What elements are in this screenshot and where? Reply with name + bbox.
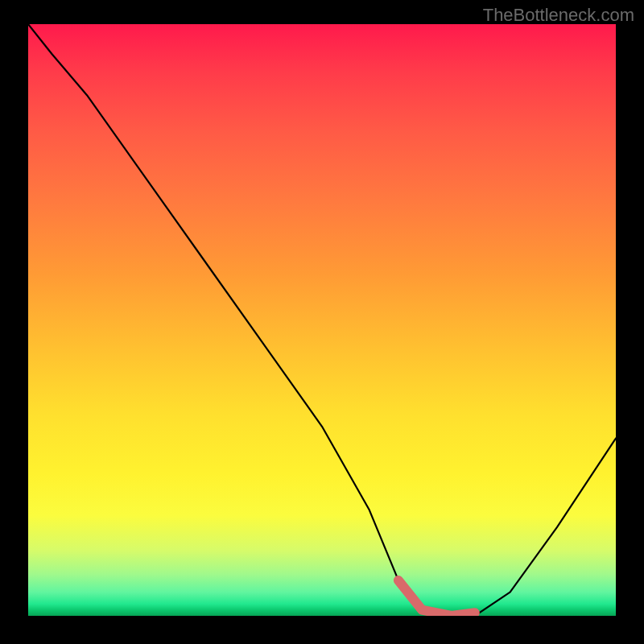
watermark-text: TheBottleneck.com (483, 5, 634, 26)
highlight-segment (398, 580, 475, 616)
chart-svg (28, 24, 616, 616)
plot-area (28, 24, 616, 616)
curve-line (28, 24, 616, 616)
